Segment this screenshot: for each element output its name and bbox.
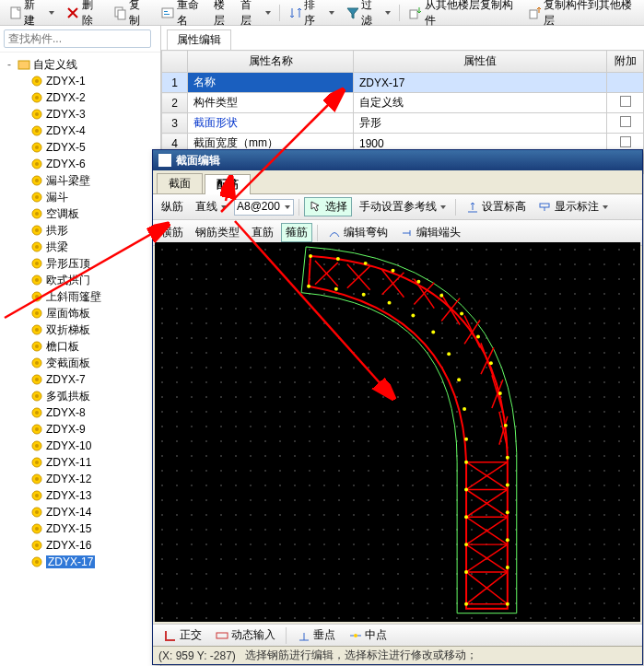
tree-item[interactable]: ZDYX-5	[0, 139, 160, 156]
window-titlebar[interactable]: 截面编辑	[153, 150, 642, 170]
node-icon	[30, 124, 43, 137]
new-icon	[8, 6, 21, 20]
straight-bar-button[interactable]: 直筋	[247, 223, 278, 242]
tree: - 自定义线 ZDYX-1ZDYX-2ZDYX-3ZDYX-4ZDYX-5ZDY…	[0, 53, 160, 574]
svg-point-89	[464, 487, 468, 491]
svg-point-93	[464, 602, 468, 606]
tree-item[interactable]: ZDYX-13	[0, 487, 160, 504]
line-mode-dropdown[interactable]: 直线	[191, 197, 231, 216]
tree-item[interactable]: 变截面板	[0, 355, 160, 371]
elevation-icon	[465, 200, 480, 215]
tree-item[interactable]: 双折梯板	[0, 321, 160, 338]
window-icon	[158, 154, 171, 167]
tree-item[interactable]: ZDYX-1	[0, 73, 160, 89]
svg-point-105	[354, 634, 357, 637]
svg-point-73	[364, 262, 368, 265]
tree-item[interactable]: ZDYX-8	[0, 404, 160, 421]
svg-point-39	[35, 311, 39, 315]
svg-point-102	[463, 407, 466, 411]
tree-item[interactable]: ZDYX-14	[0, 504, 160, 520]
edit-end-button[interactable]: 编辑端头	[395, 223, 465, 242]
search-input[interactable]	[4, 29, 151, 48]
node-icon	[30, 390, 43, 403]
tree-item[interactable]: 屋面饰板	[0, 305, 160, 321]
tree-item[interactable]: ZDYX-6	[0, 156, 160, 172]
node-icon	[30, 340, 43, 353]
select-button[interactable]: 选择	[304, 197, 352, 216]
svg-point-97	[388, 301, 392, 305]
checkbox[interactable]	[620, 136, 631, 147]
show-annotation-button[interactable]: 显示标注	[533, 197, 613, 216]
svg-point-11	[35, 79, 39, 83]
rebar-spec-dropdown[interactable]: A8@200	[234, 199, 294, 216]
window-footer: (X: 959 Y: -287) 选择钢筋进行编辑，选择标注进行修改或移动；	[153, 646, 642, 664]
search-icon[interactable]	[155, 30, 157, 47]
dyn-input-button[interactable]: 动态输入	[210, 625, 280, 645]
mid-snap-button[interactable]: 中点	[344, 625, 392, 645]
stirrup-button[interactable]: 箍筋	[281, 223, 312, 242]
canvas[interactable]	[155, 242, 640, 622]
svg-point-31	[35, 245, 39, 249]
tree-item[interactable]: ZDYX-10	[0, 438, 160, 454]
ortho-button[interactable]: 正交	[158, 625, 206, 645]
tree-item[interactable]: 拱形	[0, 222, 160, 239]
checkbox[interactable]	[620, 96, 631, 107]
import-icon	[408, 6, 422, 20]
svg-point-69	[35, 560, 39, 564]
tree-item[interactable]: ZDYX-17	[0, 554, 160, 570]
svg-point-41	[35, 328, 39, 332]
tree-item[interactable]: ZDYX-7	[0, 371, 160, 388]
svg-point-45	[35, 361, 39, 365]
tree-item[interactable]: 檐口板	[0, 338, 160, 355]
main-toolbar: 新建 删除 复制 重命名 楼层 首层 排序 过滤 从其他楼层复制构件 复制构件到…	[0, 0, 644, 26]
delete-icon	[65, 6, 79, 20]
tree-item[interactable]: ZDYX-3	[0, 106, 160, 123]
rebar-type-button[interactable]: 钢筋类型	[191, 223, 244, 242]
tree-item[interactable]: ZDYX-15	[0, 520, 160, 537]
canvas-statusbar: 正交 动态输入 垂点 中点	[153, 624, 642, 646]
tree-item[interactable]: 空调板	[0, 205, 160, 222]
svg-point-15	[35, 112, 39, 116]
tab-section[interactable]: 截面	[157, 173, 203, 193]
tree-item[interactable]: ZDYX-4	[0, 123, 160, 139]
node-icon	[30, 191, 43, 204]
set-elevation-button[interactable]: 设置标高	[461, 197, 531, 216]
tree-item[interactable]: ZDYX-2	[0, 89, 160, 106]
perp-snap-button[interactable]: 垂点	[292, 625, 340, 645]
tree-item[interactable]: ZDYX-9	[0, 421, 160, 438]
ortho-icon	[163, 628, 178, 643]
svg-point-100	[447, 352, 451, 356]
svg-point-29	[35, 228, 39, 232]
node-icon	[30, 555, 43, 568]
tree-root[interactable]: - 自定义线	[0, 56, 160, 73]
node-icon	[30, 91, 43, 104]
tree-item[interactable]: 上斜雨篷壁	[0, 288, 160, 305]
node-icon	[30, 323, 43, 336]
tree-item[interactable]: 异形压顶	[0, 255, 160, 272]
tree-item[interactable]: 多弧拱板	[0, 388, 160, 404]
tree-item[interactable]: ZDYX-12	[0, 471, 160, 487]
property-row[interactable]: 1名称ZDYX-17	[162, 73, 644, 93]
col-name: 属性名称	[188, 51, 354, 73]
svg-point-80	[498, 391, 502, 395]
node-icon	[30, 473, 43, 485]
tab-rebar[interactable]: 配筋	[205, 174, 251, 194]
svg-point-81	[504, 424, 508, 427]
checkbox[interactable]	[620, 116, 631, 127]
property-row[interactable]: 3截面形状异形	[162, 113, 644, 134]
svg-point-103	[464, 438, 468, 441]
tree-item[interactable]: ZDYX-11	[0, 454, 160, 471]
svg-point-99	[431, 330, 435, 333]
svg-point-47	[35, 378, 39, 381]
svg-point-23	[35, 179, 39, 182]
property-row[interactable]: 2构件类型自定义线	[162, 93, 644, 113]
tree-item[interactable]: 拱梁	[0, 239, 160, 255]
svg-point-98	[411, 314, 415, 318]
property-tab[interactable]: 属性编辑	[167, 29, 231, 50]
tree-item[interactable]: ZDYX-16	[0, 537, 160, 554]
tree-item[interactable]: 漏斗梁壁	[0, 172, 160, 189]
tree-item[interactable]: 欧式拱门	[0, 272, 160, 288]
edit-bend-button[interactable]: 编辑弯钩	[322, 223, 392, 242]
manual-refline-button[interactable]: 手动设置参考线	[355, 197, 451, 216]
tree-item[interactable]: 漏斗	[0, 189, 160, 205]
